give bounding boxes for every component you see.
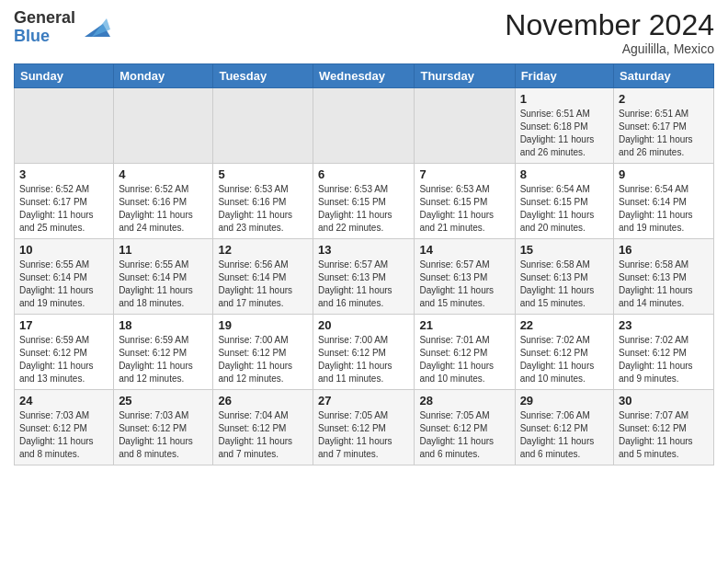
day-number: 3 [19, 167, 108, 181]
day-number: 23 [619, 318, 709, 332]
day-detail: Sunrise: 6:54 AMSunset: 6:14 PMDaylight:… [619, 183, 709, 235]
weekday-header-saturday: Saturday [614, 64, 714, 88]
day-detail: Sunrise: 6:55 AMSunset: 6:14 PMDaylight:… [119, 259, 208, 310]
calendar-cell: 5Sunrise: 6:53 AMSunset: 6:16 PMDaylight… [213, 164, 313, 239]
calendar-cell: 10Sunrise: 6:55 AMSunset: 6:14 PMDayligh… [15, 239, 114, 315]
day-number: 29 [520, 394, 609, 408]
day-detail: Sunrise: 6:58 AMSunset: 6:13 PMDaylight:… [520, 259, 609, 310]
calendar-cell: 16Sunrise: 6:58 AMSunset: 6:13 PMDayligh… [614, 239, 714, 315]
week-row-2: 3Sunrise: 6:52 AMSunset: 6:17 PMDaylight… [15, 164, 714, 239]
header: General Blue November 2024 Aguililla, Me… [14, 9, 714, 56]
day-detail: Sunrise: 6:51 AMSunset: 6:17 PMDaylight:… [619, 108, 709, 159]
day-number: 14 [419, 243, 509, 257]
calendar-cell: 18Sunrise: 6:59 AMSunset: 6:12 PMDayligh… [114, 315, 213, 390]
day-number: 21 [419, 318, 509, 332]
calendar-cell: 24Sunrise: 7:03 AMSunset: 6:12 PMDayligh… [15, 390, 114, 465]
day-number: 4 [119, 167, 208, 181]
day-detail: Sunrise: 7:03 AMSunset: 6:12 PMDaylight:… [19, 409, 108, 461]
day-detail: Sunrise: 6:58 AMSunset: 6:13 PMDaylight:… [619, 259, 709, 310]
day-number: 2 [619, 92, 709, 106]
day-detail: Sunrise: 6:52 AMSunset: 6:17 PMDaylight:… [19, 183, 108, 235]
weekday-header-sunday: Sunday [15, 64, 114, 88]
day-detail: Sunrise: 6:57 AMSunset: 6:13 PMDaylight:… [419, 259, 509, 310]
day-number: 17 [19, 318, 108, 332]
calendar-cell: 22Sunrise: 7:02 AMSunset: 6:12 PMDayligh… [515, 315, 613, 390]
calendar-cell: 28Sunrise: 7:05 AMSunset: 6:12 PMDayligh… [415, 390, 515, 465]
day-detail: Sunrise: 7:02 AMSunset: 6:12 PMDaylight:… [520, 334, 609, 385]
day-detail: Sunrise: 7:00 AMSunset: 6:12 PMDaylight:… [218, 334, 308, 385]
weekday-header-row: SundayMondayTuesdayWednesdayThursdayFrid… [15, 64, 714, 88]
calendar-cell: 23Sunrise: 7:02 AMSunset: 6:12 PMDayligh… [614, 315, 714, 390]
day-number: 11 [119, 243, 208, 257]
calendar-cell: 13Sunrise: 6:57 AMSunset: 6:13 PMDayligh… [313, 239, 415, 315]
day-detail: Sunrise: 7:01 AMSunset: 6:12 PMDaylight:… [419, 334, 509, 385]
day-number: 16 [619, 243, 709, 257]
logo: General Blue [14, 9, 110, 46]
calendar-cell: 14Sunrise: 6:57 AMSunset: 6:13 PMDayligh… [415, 239, 515, 315]
calendar-cell: 17Sunrise: 6:59 AMSunset: 6:12 PMDayligh… [15, 315, 114, 390]
calendar-cell: 4Sunrise: 6:52 AMSunset: 6:16 PMDaylight… [114, 164, 213, 239]
day-detail: Sunrise: 7:05 AMSunset: 6:12 PMDaylight:… [419, 409, 509, 461]
calendar-cell [313, 88, 415, 164]
day-number: 18 [119, 318, 208, 332]
day-number: 5 [218, 167, 308, 181]
title-block: November 2024 Aguililla, Mexico [505, 9, 714, 56]
day-detail: Sunrise: 6:57 AMSunset: 6:13 PMDaylight:… [318, 259, 409, 310]
logo-icon [77, 11, 110, 44]
calendar-cell: 26Sunrise: 7:04 AMSunset: 6:12 PMDayligh… [213, 390, 313, 465]
day-number: 19 [218, 318, 308, 332]
calendar-cell: 19Sunrise: 7:00 AMSunset: 6:12 PMDayligh… [213, 315, 313, 390]
day-number: 6 [318, 167, 409, 181]
calendar-cell: 29Sunrise: 7:06 AMSunset: 6:12 PMDayligh… [515, 390, 613, 465]
calendar-cell: 2Sunrise: 6:51 AMSunset: 6:17 PMDaylight… [614, 88, 714, 164]
calendar-cell [15, 88, 114, 164]
week-row-4: 17Sunrise: 6:59 AMSunset: 6:12 PMDayligh… [15, 315, 714, 390]
calendar-cell: 20Sunrise: 7:00 AMSunset: 6:12 PMDayligh… [313, 315, 415, 390]
day-detail: Sunrise: 6:55 AMSunset: 6:14 PMDaylight:… [19, 259, 108, 310]
day-detail: Sunrise: 7:07 AMSunset: 6:12 PMDaylight:… [619, 409, 709, 461]
calendar-cell: 15Sunrise: 6:58 AMSunset: 6:13 PMDayligh… [515, 239, 613, 315]
day-number: 30 [619, 394, 709, 408]
calendar: SundayMondayTuesdayWednesdayThursdayFrid… [14, 63, 714, 465]
week-row-3: 10Sunrise: 6:55 AMSunset: 6:14 PMDayligh… [15, 239, 714, 315]
day-detail: Sunrise: 6:53 AMSunset: 6:15 PMDaylight:… [318, 183, 409, 235]
day-number: 22 [520, 318, 609, 332]
calendar-cell [415, 88, 515, 164]
day-number: 28 [419, 394, 509, 408]
day-number: 13 [318, 243, 409, 257]
weekday-header-monday: Monday [114, 64, 213, 88]
day-number: 12 [218, 243, 308, 257]
day-number: 26 [218, 394, 308, 408]
calendar-cell: 25Sunrise: 7:03 AMSunset: 6:12 PMDayligh… [114, 390, 213, 465]
weekday-header-friday: Friday [515, 64, 613, 88]
calendar-cell [114, 88, 213, 164]
day-detail: Sunrise: 6:56 AMSunset: 6:14 PMDaylight:… [218, 259, 308, 310]
week-row-5: 24Sunrise: 7:03 AMSunset: 6:12 PMDayligh… [15, 390, 714, 465]
day-detail: Sunrise: 6:53 AMSunset: 6:16 PMDaylight:… [218, 183, 308, 235]
day-number: 20 [318, 318, 409, 332]
weekday-header-thursday: Thursday [415, 64, 515, 88]
day-detail: Sunrise: 6:59 AMSunset: 6:12 PMDaylight:… [19, 334, 108, 385]
day-number: 7 [419, 167, 509, 181]
calendar-cell: 21Sunrise: 7:01 AMSunset: 6:12 PMDayligh… [415, 315, 515, 390]
month-title: November 2024 [505, 9, 714, 41]
day-number: 9 [619, 167, 709, 181]
day-detail: Sunrise: 7:06 AMSunset: 6:12 PMDaylight:… [520, 409, 609, 461]
day-number: 10 [19, 243, 108, 257]
day-number: 1 [520, 92, 609, 106]
page: General Blue November 2024 Aguililla, Me… [0, 0, 728, 563]
calendar-cell: 3Sunrise: 6:52 AMSunset: 6:17 PMDaylight… [15, 164, 114, 239]
day-detail: Sunrise: 6:54 AMSunset: 6:15 PMDaylight:… [520, 183, 609, 235]
day-detail: Sunrise: 6:59 AMSunset: 6:12 PMDaylight:… [119, 334, 208, 385]
day-detail: Sunrise: 6:51 AMSunset: 6:18 PMDaylight:… [520, 108, 609, 159]
calendar-cell: 11Sunrise: 6:55 AMSunset: 6:14 PMDayligh… [114, 239, 213, 315]
calendar-cell: 8Sunrise: 6:54 AMSunset: 6:15 PMDaylight… [515, 164, 613, 239]
day-detail: Sunrise: 7:03 AMSunset: 6:12 PMDaylight:… [119, 409, 208, 461]
calendar-cell: 12Sunrise: 6:56 AMSunset: 6:14 PMDayligh… [213, 239, 313, 315]
day-number: 25 [119, 394, 208, 408]
day-detail: Sunrise: 7:05 AMSunset: 6:12 PMDaylight:… [318, 409, 409, 461]
calendar-cell [213, 88, 313, 164]
weekday-header-wednesday: Wednesday [313, 64, 415, 88]
day-detail: Sunrise: 6:53 AMSunset: 6:15 PMDaylight:… [419, 183, 509, 235]
weekday-header-tuesday: Tuesday [213, 64, 313, 88]
